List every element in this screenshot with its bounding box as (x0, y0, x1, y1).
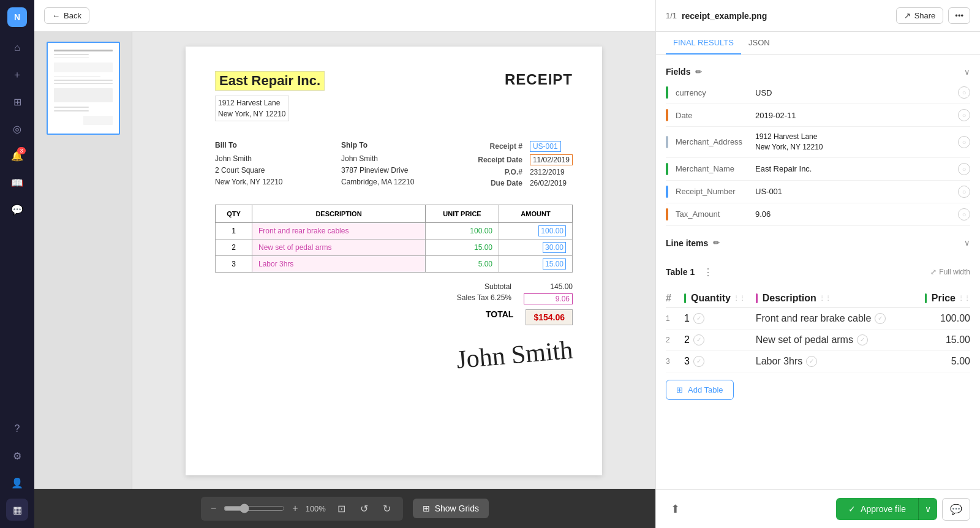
right-panel-header: 1/1 receipt_example.png ↗ Share ••• (656, 0, 980, 32)
more-button[interactable]: ••• (948, 7, 970, 24)
approve-dropdown-button[interactable]: ∨ (918, 498, 937, 520)
sidebar-item-compass[interactable]: ◎ (6, 118, 28, 140)
field-row-merchant-address: Merchant_Address 1912 Harvest LaneNew Yo… (666, 127, 970, 158)
tax-amount-indicator (666, 208, 668, 221)
items-table: QTY DESCRIPTION UNIT PRICE AMOUNT 1 Fron… (215, 205, 573, 273)
rotate-right-button[interactable]: ↻ (378, 500, 396, 517)
sidebar-item-help[interactable]: ? (6, 418, 28, 440)
export-button[interactable]: ⬆ (666, 497, 685, 521)
zoom-out-button[interactable]: − (208, 503, 219, 514)
zoom-slider[interactable] (224, 503, 285, 513)
show-grids-button[interactable]: ⊞ Show Grids (413, 499, 489, 518)
row3-desc: Labor 3hrs (252, 256, 426, 273)
fields-edit-icon[interactable]: ✏ (695, 67, 702, 77)
approve-button[interactable]: ✓ Approve file (836, 498, 918, 520)
tax-amount-field-value: 9.06 (755, 209, 958, 219)
row3-qty-check[interactable]: ✓ (693, 356, 704, 367)
sidebar-item-dashboard[interactable]: ▦ (6, 499, 28, 521)
zoom-controls: − + 100% ⊡ ↺ ↻ (201, 497, 403, 521)
header-actions: ↗ Share ••• (896, 7, 970, 24)
row1-qty-check[interactable]: ✓ (693, 313, 704, 324)
line-items-edit-icon[interactable]: ✏ (713, 238, 720, 247)
col-desc-header: Description ⋮⋮ (756, 293, 899, 304)
back-button[interactable]: ← Back (44, 7, 89, 24)
approve-section: ✓ Approve file ∨ (836, 498, 937, 520)
add-table-button[interactable]: ⊞ Add Table (666, 380, 734, 400)
currency-field-name: currency (676, 88, 755, 97)
row1-unit-price: 100.00 (426, 223, 499, 239)
sidebar-item-message[interactable]: 💬 (6, 198, 28, 221)
row2-amount: 30.00 (499, 239, 573, 256)
page-indicator: 1/1 (666, 11, 677, 20)
full-width-icon: ⤢ (930, 268, 937, 276)
show-grids-label: Show Grids (435, 503, 479, 513)
line-items-chevron-icon[interactable]: ∨ (964, 238, 970, 247)
desc-drag-icon[interactable]: ⋮⋮ (819, 295, 831, 301)
chat-button[interactable]: 💬 (942, 498, 970, 521)
row2-qty-check[interactable]: ✓ (693, 334, 704, 345)
row3-amount: 15.00 (499, 256, 573, 273)
thumbnail-item[interactable] (47, 42, 120, 135)
row2-desc-check[interactable]: ✓ (857, 334, 868, 345)
fields-section-header[interactable]: Fields ✏ ∨ (666, 62, 970, 81)
notification-badge: 3 (17, 147, 26, 154)
col-price-header: Price ⋮⋮ (899, 293, 970, 304)
sidebar-item-profile[interactable]: 👤 (6, 472, 28, 494)
po-value: 2312/2019 (530, 168, 565, 176)
rotate-left-button[interactable]: ↺ (355, 500, 373, 517)
sidebar: N ⌂ ＋ ⊞ ◎ 🔔 3 📖 💬 ? ⚙ 👤 ▦ (0, 0, 34, 528)
ship-to-info: John Smith 3787 Pineview Drive Cambridge… (341, 153, 443, 189)
zoom-level-label: 100% (306, 504, 328, 513)
grid-icon: ⊞ (423, 503, 430, 513)
receipt-container: East Repair Inc. 1912 Harvest Lane New Y… (132, 32, 655, 489)
row2-qty: 2 (216, 239, 252, 256)
row2-unit-price: 15.00 (426, 239, 499, 256)
signature: John Smith (455, 335, 574, 374)
thumbnail-panel (34, 32, 132, 489)
share-label: Share (914, 11, 936, 20)
col-header-qty: QTY (216, 205, 252, 223)
receipt-num-label: Receipt # (467, 142, 522, 151)
tab-json[interactable]: JSON (741, 32, 777, 55)
fit-page-button[interactable]: ⊡ (333, 500, 350, 517)
row3-desc-check[interactable]: ✓ (806, 356, 817, 367)
qty-drag-icon[interactable]: ⋮⋮ (733, 295, 745, 301)
po-label: P.O.# (467, 168, 522, 176)
table-more-button[interactable]: ⋮ (699, 265, 717, 279)
sidebar-item-home[interactable]: ⌂ (6, 37, 28, 59)
sidebar-item-grid[interactable]: ⊞ (6, 91, 28, 113)
merchant-address-indicator (666, 136, 668, 148)
approve-check-icon: ✓ (848, 504, 856, 514)
approve-label: Approve file (861, 504, 906, 514)
field-row-tax-amount: Tax_Amount 9.06 ○ (666, 203, 970, 226)
subtotal-value: 145.00 (524, 282, 573, 291)
tax-amount-field-name: Tax_Amount (676, 209, 755, 219)
sidebar-item-add[interactable]: ＋ (6, 64, 28, 86)
back-label: Back (64, 11, 81, 20)
price-drag-icon[interactable]: ⋮⋮ (958, 295, 970, 301)
sidebar-item-book[interactable]: 📖 (6, 172, 28, 194)
sidebar-item-settings[interactable]: ⚙ (6, 445, 28, 467)
table-row: 1 Front and rear brake cables 100.00 100… (216, 223, 573, 239)
data-row-2: 2 2 ✓ New set of pedal arms ✓ 15.00 (666, 330, 970, 351)
currency-check: ○ (958, 86, 970, 99)
sidebar-logo[interactable]: N (7, 7, 27, 27)
fields-chevron-icon[interactable]: ∨ (964, 67, 970, 77)
main-content: ← Back (34, 0, 655, 528)
zoom-in-button[interactable]: + (290, 503, 300, 514)
totals-section: Subtotal 145.00 Sales Tax 6.25% 9.06 TOT… (215, 282, 573, 325)
tax-value: 9.06 (524, 293, 573, 304)
tab-final-results[interactable]: FINAL RESULTS (666, 32, 741, 55)
sidebar-item-notification[interactable]: 🔔 3 (6, 145, 28, 167)
date-field-name: Date (676, 111, 755, 120)
signature-area: John Smith (215, 340, 573, 369)
row1-desc-check[interactable]: ✓ (875, 313, 886, 324)
file-info: 1/1 receipt_example.png (666, 11, 767, 21)
line-items-section-header[interactable]: Line items ✏ ∨ (666, 233, 970, 253)
table-row: 2 New set of pedal arms 15.00 30.00 (216, 239, 573, 256)
table-header: Table 1 ⋮ ⤢ Full width (666, 260, 970, 284)
total-label: TOTAL (440, 309, 513, 325)
share-button[interactable]: ↗ Share (896, 7, 944, 24)
receipt-title: RECEIPT (505, 71, 573, 88)
due-date-label: Due Date (467, 179, 522, 187)
